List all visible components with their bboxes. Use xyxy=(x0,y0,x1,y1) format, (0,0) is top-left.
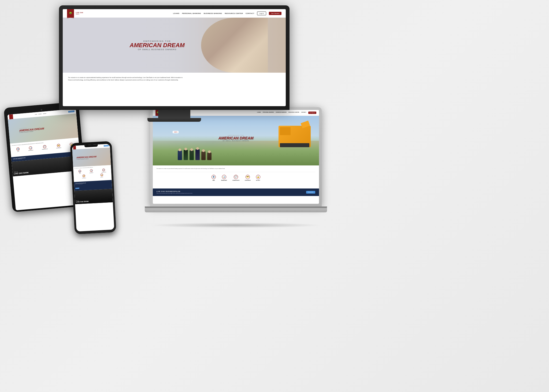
laptop-american-dream: AMERICAN DREAM xyxy=(218,136,254,140)
phone-icon-comm: 💬 COMMUNICATION xyxy=(101,168,106,172)
nav-link-contact[interactable]: CONTACT xyxy=(246,13,254,14)
nav-link-resource[interactable]: RESOURCE CENTER xyxy=(225,13,243,14)
tablet-bank-icon: 🏦 xyxy=(16,147,20,151)
phone-mgmt-icon: 📊 xyxy=(90,169,93,172)
monitor-hero-text: EMPOWERING THE AMERICAN DREAM OF SMALL B… xyxy=(130,40,185,51)
phone-bank-label: BANK xyxy=(79,173,81,173)
laptop-hero-people xyxy=(178,149,212,160)
phone-pulse-btn[interactable]: Download xyxy=(75,187,79,189)
tablet-nav-link1[interactable]: LOANS xyxy=(35,114,37,115)
phone-comm-icon: 💬 xyxy=(102,168,105,171)
laptop-icon-management: 📊 MANAGEMENT xyxy=(221,175,227,181)
laptop-hinge xyxy=(145,206,327,208)
phone-sec-label: SECURITY xyxy=(101,177,103,177)
monitor-content-text: Our mission is to create an unprecedente… xyxy=(68,76,185,81)
phone-content: Our mission is to create an unprecedente… xyxy=(73,165,112,181)
tablet-comm-icon: 💬 xyxy=(43,145,46,148)
monitor-hero: EMPOWERING THE AMERICAN DREAM OF SMALL B… xyxy=(63,18,286,73)
laptop-content: Our mission is to create an unprecedente… xyxy=(153,165,319,186)
monitor-logo: 🌳 LIVE OAK BANK xyxy=(67,9,83,18)
laptop-nav-resource[interactable]: RESOURCE CENTER xyxy=(288,112,299,114)
person-4 xyxy=(195,149,200,160)
security-label: SECURITY xyxy=(256,180,260,181)
phone-icon-conv: 💳 CONVENIENCE xyxy=(82,174,86,178)
bank-label: BANK xyxy=(213,180,215,181)
person-5 xyxy=(201,151,206,160)
get-started-button[interactable]: Get Started xyxy=(269,12,281,15)
laptop-nav-contact[interactable]: CONTACT xyxy=(301,112,306,114)
laptop-sign: CVETS xyxy=(173,131,178,133)
phone-icons-row-top: 🏦 BANK 📊 MANAGEMENT 💬 COMMUNICATION xyxy=(74,168,110,174)
monitor-frame: 🌳 LIVE OAK BANK LOANS PERSONAL BANKING B… xyxy=(59,5,290,110)
laptop-pulse-btn[interactable]: Download Now xyxy=(306,191,315,194)
tablet-mgmt-label: MANAGEMENT xyxy=(28,150,33,151)
phone-conv-icon: 💳 xyxy=(83,174,86,177)
monitor-hero-bg: EMPOWERING THE AMERICAN DREAM OF SMALL B… xyxy=(63,18,286,73)
logo-text-line2: BANK xyxy=(76,13,83,15)
phone-icon-bank: 🏦 BANK xyxy=(79,170,81,174)
hero-of-small-text: OF SMALL BUSINESS OWNERS xyxy=(130,48,185,51)
phone-mgmt-label: MANAGEMENT xyxy=(90,172,94,173)
communication-icon: 💬 xyxy=(234,175,238,179)
laptop-device: 🌳 LIVE OAK BANK LOANS PERSONAL BANKING B… xyxy=(150,107,322,223)
hero-american-dream-text: AMERICAN DREAM xyxy=(130,42,185,48)
monitor-screen: 🌳 LIVE OAK BANK LOANS PERSONAL BANKING B… xyxy=(63,9,286,106)
phone-logo xyxy=(73,146,76,150)
laptop-icon-communication: 💬 COMMUNICATION xyxy=(232,175,239,181)
phone-icon-mgmt: 📊 MANAGEMENT xyxy=(89,169,93,173)
phone-screen: Get Started AMERICAN DREAM OF SMALL BUSI… xyxy=(72,144,114,232)
laptop-hero-text: EMPOWERING THE AMERICAN DREAM OF SMALL B… xyxy=(218,135,254,142)
convenience-icon: 💳 xyxy=(246,175,250,179)
phone-device: Get Started AMERICAN DREAM OF SMALL BUSI… xyxy=(70,141,116,234)
tablet-mgmt-icon: 📊 xyxy=(29,146,32,150)
tablet-logo xyxy=(9,114,13,119)
monitor-content: Our mission is to create an unprecedente… xyxy=(63,73,286,85)
laptop-get-started-btn[interactable]: Get Started xyxy=(308,112,316,114)
laptop-pulse-sub: Read our twice quarterly report to get i… xyxy=(157,193,192,194)
phone-conv-label: CONVENIENCE xyxy=(82,177,86,178)
tablet-nav-links: LOANS BANKING BUSINESS xyxy=(35,113,46,115)
laptop-content-text: Our mission is to create an unprecedente… xyxy=(157,168,236,170)
laptop-excavator-cab xyxy=(280,127,291,135)
tablet-conv-icon: 💳 xyxy=(57,144,60,147)
security-icon: 🔒 xyxy=(256,175,260,179)
nav-link-personal[interactable]: PERSONAL BANKING xyxy=(182,13,201,14)
phone-sec-icon: 🔒 xyxy=(100,173,103,176)
laptop-lid: 🌳 LIVE OAK BANK LOANS PERSONAL BANKING B… xyxy=(150,107,322,206)
login-button[interactable]: Log In xyxy=(257,12,266,15)
phone-bank-icon: 🏦 xyxy=(79,170,81,173)
tablet-bank-label: BANK xyxy=(17,151,19,152)
desktop-monitor: 🌳 LIVE OAK BANK LOANS PERSONAL BANKING B… xyxy=(59,5,290,118)
laptop-bottom xyxy=(145,206,327,212)
tablet-home-btn xyxy=(40,109,42,111)
laptop-excavator-track xyxy=(280,143,309,147)
phone-get-started-btn[interactable]: Get Started xyxy=(104,145,109,147)
management-icon: 📊 xyxy=(222,175,226,179)
logo-tree-icon: 🌳 xyxy=(69,12,72,15)
laptop-icon-security: 🔒 SECURITY xyxy=(256,175,260,181)
tablet-nav-link3[interactable]: BUSINESS xyxy=(43,113,46,114)
monitor-base xyxy=(147,118,201,122)
phone-hero: AMERICAN DREAM OF SMALL BUSINESS OWNERS xyxy=(72,148,111,167)
tablet-pulse-text-area: LIVE OAK BUSINESSPULSE Read our twice qu… xyxy=(13,157,26,160)
person-2 xyxy=(184,150,188,160)
tablet-nav-link2[interactable]: BANKING xyxy=(38,114,42,115)
nav-link-loans[interactable]: LOANS xyxy=(173,13,180,14)
tablet-conv-label: CONVENIENCE xyxy=(56,147,61,149)
management-label: MANAGEMENT xyxy=(221,180,227,181)
nav-link-business[interactable]: BUSINESS BANKING xyxy=(204,13,222,14)
tablet-icon-mgmt: 📊 MANAGEMENT xyxy=(28,146,34,151)
laptop-screen: 🌳 LIVE OAK BANK LOANS PERSONAL BANKING B… xyxy=(153,110,319,204)
laptop-icon-convenience: 💳 CONVENIENCE xyxy=(245,175,251,181)
laptop-businesspulse: LIVE OAK BUSINESSPULSE Read our twice qu… xyxy=(153,188,319,196)
laptop-hero: CVETS EMPOWERING THE AMERICAN DREAM OF S xyxy=(153,116,319,165)
phone-who-section: WHO IS LIVE OAK BANK xyxy=(75,189,113,204)
phone-frame: Get Started AMERICAN DREAM OF SMALL BUSI… xyxy=(70,141,116,234)
tablet-icon-conv: 💳 CONVENIENCE xyxy=(56,143,61,149)
monitor-stand xyxy=(158,110,190,118)
scene: 🌳 LIVE OAK BANK LOANS PERSONAL BANKING B… xyxy=(0,0,549,392)
convenience-label: CONVENIENCE xyxy=(245,180,251,181)
laptop-of-small: OF SMALL BUSINESS OWNERS xyxy=(218,140,254,142)
phone-icon-sec: 🔒 SECURITY xyxy=(100,173,103,177)
monitor-nav-links: LOANS PERSONAL BANKING BUSINESS BANKING … xyxy=(173,12,281,15)
